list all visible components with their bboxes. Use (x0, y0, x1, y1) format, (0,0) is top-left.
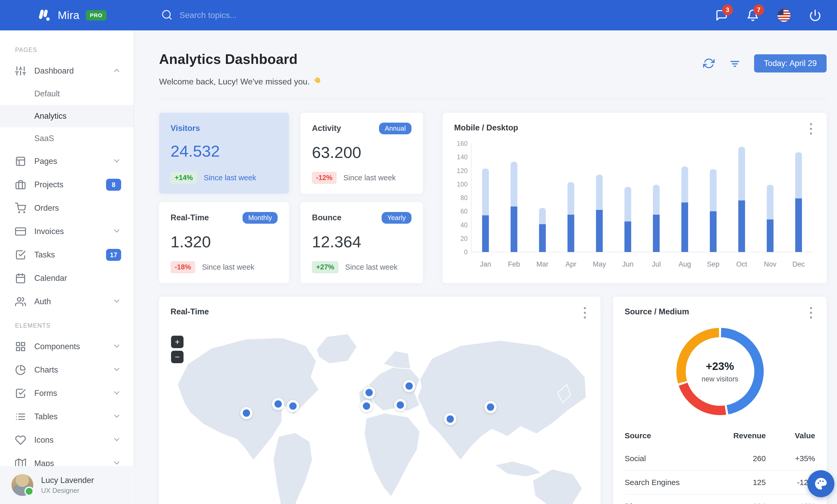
source-medium-card: Source / Medium +23% new visitors Source… (613, 297, 826, 504)
sidebar-item-charts[interactable]: Charts (0, 358, 133, 381)
search-icon (161, 9, 173, 22)
card-menu-button[interactable] (805, 306, 817, 320)
sidebar-item-label: Dashboard (34, 66, 112, 76)
sidebar-item-tasks[interactable]: Tasks17 (0, 243, 133, 266)
y-axis-tick-label: 140 (457, 153, 468, 161)
sidebar-item-tables[interactable]: Tables (0, 405, 133, 428)
bar-mobile (767, 220, 773, 252)
sidebar-subitem-saas[interactable]: SaaS (0, 127, 133, 150)
briefcase-icon (15, 179, 26, 190)
bar-desktop (681, 167, 688, 202)
sidebar-item-icons[interactable]: Icons (0, 428, 133, 452)
bar-mobile (795, 199, 802, 252)
sidebar-item-calendar[interactable]: Calendar (0, 266, 133, 290)
messages-count-badge: 3 (722, 4, 733, 15)
y-axis-tick-label: 40 (460, 221, 468, 229)
sidebar-item-projects[interactable]: Projects8 (0, 173, 133, 197)
sidebar-item-dashboard[interactable]: Dashboard (0, 59, 133, 82)
card-menu-button[interactable] (805, 122, 817, 136)
grid-icon (15, 341, 26, 352)
chevron-down-icon (112, 388, 121, 398)
map-zoom-out-button[interactable]: − (171, 351, 183, 363)
sliders-icon (15, 66, 26, 76)
chevron-down-icon (112, 156, 121, 166)
main-content: Analytics Dashboard Welcome back, Lucy! … (134, 31, 837, 504)
notifications-button[interactable]: 7 (746, 8, 760, 23)
bar-desktop (539, 208, 546, 224)
bar-desktop (738, 147, 745, 200)
y-axis-tick-label: 100 (457, 181, 468, 188)
refresh-button[interactable] (702, 57, 716, 70)
sidebar-subitem-analytics[interactable]: Analytics (0, 105, 133, 127)
donut-slice (721, 333, 759, 410)
map-visitor-marker (484, 401, 497, 413)
sidebar-item-components[interactable]: Components (0, 335, 133, 358)
x-axis-month-label: Jun (622, 260, 634, 268)
theme-settings-fab[interactable] (807, 470, 834, 497)
top-navbar: Mira PRO 3 7 (0, 0, 837, 31)
source-table: Source Revenue Value Social260+35%Search… (625, 428, 815, 504)
bar-desktop (767, 185, 773, 219)
sidebar-item-label: Tasks (34, 250, 106, 260)
cart-icon (15, 203, 26, 213)
search-input[interactable] (179, 11, 325, 20)
stat-title: Activity (312, 124, 341, 133)
y-axis-tick-label: 160 (457, 140, 468, 147)
stacked-bar-chart: 160140120100806040200JanFebMarAprMayJunJ… (454, 140, 815, 272)
sidebar-section-label: PAGES (0, 38, 133, 59)
donut-slice (681, 333, 719, 382)
sidebar-item-pages[interactable]: Pages (0, 150, 133, 173)
col-source: Source (625, 428, 701, 447)
language-flag-button[interactable] (777, 8, 791, 23)
map-visitor-marker (272, 398, 284, 410)
chevron-down-icon (112, 435, 121, 445)
brand[interactable]: Mira PRO (36, 7, 107, 23)
stat-delta-chip: +27% (312, 261, 338, 273)
map-zoom-controls: + − (171, 336, 183, 363)
stat-delta-chip: +14% (171, 172, 197, 184)
map-visitor-marker (287, 400, 299, 412)
map-zoom-in-button[interactable]: + (171, 336, 183, 348)
wave-hand-icon (313, 76, 323, 87)
x-axis-month-label: Oct (736, 260, 747, 268)
sidebar-item-orders[interactable]: Orders (0, 197, 133, 220)
bar-mobile (710, 211, 717, 252)
today-date-button[interactable]: Today: April 29 (754, 54, 826, 73)
sidebar-item-auth[interactable]: Auth (0, 290, 133, 313)
stat-title: Visitors (171, 124, 200, 133)
header-actions: Today: April 29 (702, 54, 826, 73)
sidebar-item-label: Projects (34, 180, 106, 189)
stat-period-badge[interactable]: Annual (379, 123, 411, 134)
stat-value: 1.320 (171, 232, 278, 251)
y-axis-tick-label: 0 (464, 248, 468, 256)
cell-revenue: 164 (701, 494, 766, 504)
bar-mobile (539, 224, 546, 252)
bar-desktop (511, 162, 517, 207)
stat-period-badge[interactable]: Monthly (243, 212, 278, 224)
stat-cards: Visitors 24.532 +14% Since last week Act… (159, 113, 423, 283)
bar-mobile (567, 214, 574, 252)
sidebar-user[interactable]: Lucy Lavender UX Designer (0, 466, 133, 504)
stat-note: Since last week (345, 263, 398, 272)
sidebar-item-forms[interactable]: Forms (0, 381, 133, 405)
page-header: Analytics Dashboard Welcome back, Lucy! … (159, 51, 826, 87)
page-title: Analytics Dashboard (159, 51, 323, 67)
sign-out-button[interactable] (808, 8, 822, 23)
y-axis-tick-label: 20 (460, 235, 468, 242)
map-visitor-marker (363, 386, 375, 399)
bar-desktop (710, 169, 717, 211)
world-map (159, 325, 601, 504)
pro-badge: PRO (86, 10, 107, 20)
sidebar-item-invoices[interactable]: Invoices (0, 220, 133, 243)
stat-period-badge[interactable]: Yearly (381, 212, 411, 224)
bar-desktop (482, 169, 489, 216)
card-menu-button[interactable] (579, 306, 591, 320)
y-axis-tick-label: 80 (460, 194, 468, 201)
bar-mobile (681, 202, 688, 252)
sidebar-subitem-default[interactable]: Default (0, 82, 133, 105)
filter-button[interactable] (728, 57, 742, 70)
messages-button[interactable]: 3 (714, 8, 729, 23)
x-axis-month-label: Feb (508, 260, 520, 268)
avatar (12, 474, 33, 496)
calendar-icon (15, 273, 26, 284)
